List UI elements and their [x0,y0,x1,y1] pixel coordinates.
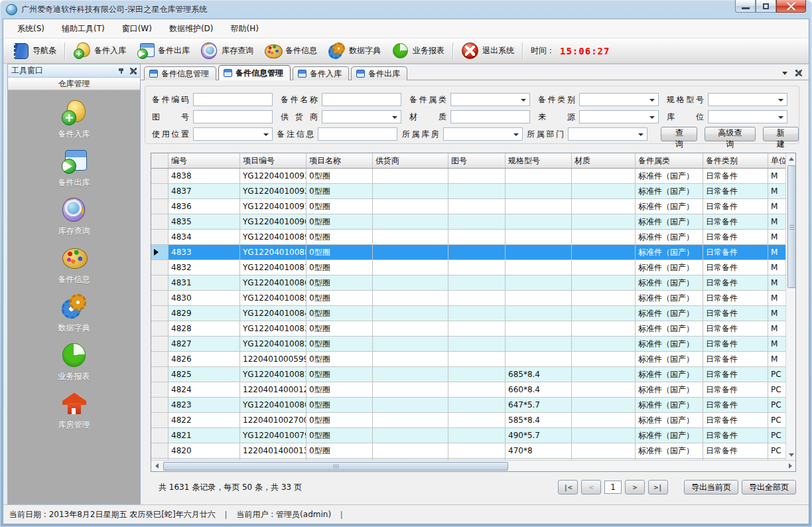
row-selector[interactable] [151,398,169,412]
toolbar-button-parts-outbound[interactable]: 备件出库 [131,40,195,62]
table-row[interactable]: 4836YG122040100910型圈标准件（国产）日常备件M [151,199,785,214]
scroll-right-button[interactable] [785,461,795,471]
tab-active[interactable]: 备件信息管理 [218,65,291,80]
row-selector[interactable] [151,367,169,382]
table-row[interactable]: 4837YG122040100920型圈标准件（国产）日常备件M [151,184,785,199]
toolbar-button-business-report[interactable]: 业务报表 [386,40,450,62]
table-row[interactable]: 4833YG122040100880型圈标准件（国产）日常备件M [151,245,785,260]
field-input[interactable] [193,110,273,123]
next-page-button[interactable]: > [625,480,645,494]
field-select[interactable] [708,110,787,123]
menu-item[interactable]: 数据维护(D) [161,20,222,38]
row-selector[interactable] [151,428,169,443]
toolbar-button-parts-info[interactable]: 备件信息 [259,40,322,62]
row-selector[interactable] [151,245,169,260]
maximize-button[interactable] [756,0,776,13]
scroll-left-button[interactable] [151,461,162,471]
tab-item[interactable]: 备件入库 [293,66,349,80]
table-row[interactable]: 4828YG122040100830型圈标准件（国产）日常备件M [151,321,785,337]
export-all-pages-button[interactable]: 导出全部页 [742,480,796,494]
row-selector[interactable] [151,382,169,397]
toolbar-button-exit-system[interactable]: 退出系统 [456,40,519,62]
table-row[interactable]: 4821YG122040100790型圈490*5.7标准件（国产）日常备件PC [151,428,785,443]
table-row[interactable]: 4835YG122040100900型圈标准件（国产）日常备件M [151,214,785,230]
minimize-button[interactable] [735,0,756,13]
sidebar-item-parts-inbound[interactable]: 备件入库 [58,100,90,140]
field-select[interactable] [450,93,530,106]
field-select[interactable] [579,110,659,123]
row-selector[interactable] [151,275,169,290]
column-header[interactable] [151,153,169,168]
close-panel-icon[interactable] [130,68,137,74]
sidebar-item-parts-info[interactable]: 备件信息 [58,245,90,285]
column-header[interactable]: 单位 [768,153,785,168]
toolbar-button-parts-inbound[interactable]: 备件入库 [68,40,131,62]
sidebar-group-header[interactable]: 仓库管理 [8,78,140,90]
field-select[interactable] [568,127,647,141]
sidebar-item-parts-outbound[interactable]: 备件出库 [58,148,90,188]
prev-page-button[interactable]: < [581,480,601,494]
toolbar-button-data-dictionary[interactable]: 数据字典 [322,40,386,62]
sidebar-item-stock-query[interactable]: 库存查询 [58,196,90,237]
menu-item[interactable]: 帮助(H) [222,20,267,38]
vertical-scrollbar[interactable] [785,153,795,460]
first-page-button[interactable]: |< [558,480,578,494]
menu-item[interactable]: 辅助工具(T) [53,20,113,38]
field-input[interactable] [322,93,401,106]
column-header[interactable]: 规格型号 [506,153,572,168]
row-selector[interactable] [151,214,169,229]
menu-item[interactable]: 窗口(W) [113,20,161,38]
table-row[interactable]: 482612204010005990型圈标准件（国产）日常备件M [151,352,785,367]
tab-list-dropdown-icon[interactable] [782,72,787,75]
table-row[interactable]: 4823YG122040100800型圈647*5.7标准件（国产）日常备件PC [151,398,785,413]
column-header[interactable]: 编号 [169,153,240,168]
tab-item[interactable]: 备件出库 [351,66,407,80]
table-row[interactable]: 4825YG122040100810型圈685*8.4标准件（国产）日常备件PC [151,367,785,382]
last-page-button[interactable]: >| [648,480,668,494]
export-current-page-button[interactable]: 导出当前页 [684,480,738,494]
row-selector[interactable] [151,199,169,214]
row-selector[interactable] [151,352,169,366]
scroll-up-button[interactable] [786,153,795,164]
field-select[interactable] [193,127,273,141]
toolbar-button-navbar[interactable]: 导航条 [6,40,62,62]
table-row[interactable]: 482012204014000130型圈470*8标准件（国产）日常备件PC [151,443,785,459]
row-selector[interactable] [151,321,169,336]
column-header[interactable]: 项目名称 [306,153,373,168]
tab-item[interactable]: 备件信息管理 [144,66,216,80]
field-input[interactable] [318,127,397,141]
field-input[interactable] [450,110,530,123]
field-input[interactable] [193,93,273,106]
sidebar-item-business-report[interactable]: 业务报表 [58,342,90,382]
row-selector[interactable] [151,337,169,351]
new-button[interactable]: 新建 [763,127,799,141]
horizontal-scroll-thumb[interactable] [163,462,508,471]
row-selector[interactable] [151,306,169,321]
close-tab-icon[interactable] [795,70,802,76]
table-row[interactable]: 482212204010027000型圈585*8.4标准件（国产）日常备件PC [151,413,785,428]
field-select[interactable] [579,93,659,106]
pin-icon[interactable] [118,67,125,74]
field-select[interactable] [708,93,787,106]
column-header[interactable]: 图号 [448,153,506,168]
table-row[interactable]: 4829YG122040100840型圈标准件（国产）日常备件M [151,306,785,321]
row-selector[interactable] [151,169,169,183]
close-button[interactable] [776,0,806,13]
table-row[interactable]: 482412204014000120型圈660*8.4标准件（国产）日常备件PC [151,382,785,398]
row-selector[interactable] [151,443,169,458]
vertical-scroll-thumb[interactable] [787,165,796,288]
column-header[interactable]: 材质 [572,153,636,168]
scroll-down-button[interactable] [786,449,795,460]
menu-item[interactable]: 系统(S) [9,20,53,38]
query-button[interactable]: 查询 [661,127,697,141]
field-select[interactable] [322,110,401,123]
row-selector[interactable] [151,184,169,198]
column-header[interactable]: 项目编号 [240,153,306,168]
field-select[interactable] [443,127,523,141]
row-selector[interactable] [151,413,169,427]
table-row[interactable]: 4830YG122040100850型圈标准件（国产）日常备件M [151,291,785,306]
page-number-input[interactable]: 1 [604,481,622,494]
sidebar-item-warehouse-management[interactable]: 库房管理 [58,390,90,431]
column-header[interactable]: 供货商 [373,153,448,168]
table-row[interactable]: 4827YG122040100820型圈标准件（国产）日常备件M [151,337,785,352]
